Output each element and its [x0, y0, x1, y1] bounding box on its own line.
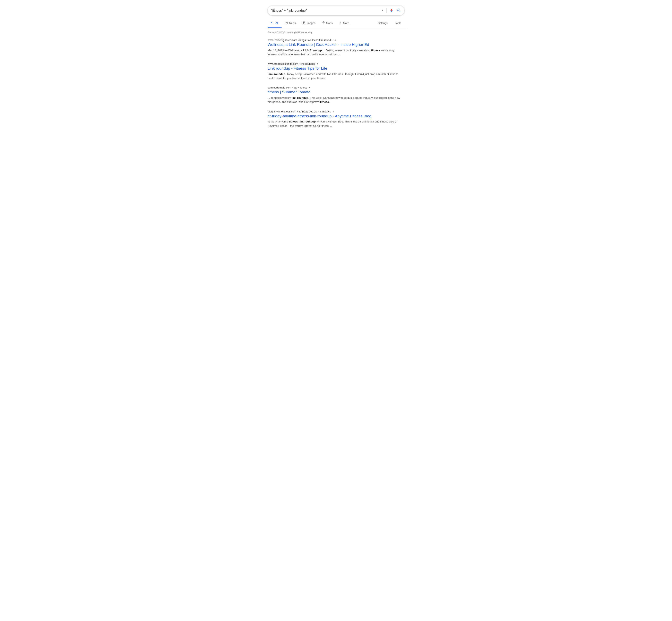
- tab-settings[interactable]: Settings: [375, 19, 391, 28]
- result-snippet: Link roundup. Today being Halloween and …: [267, 72, 405, 81]
- result-dropdown-arrow[interactable]: ▼: [316, 63, 319, 65]
- tab-all-label: All: [276, 22, 278, 25]
- result-dropdown-arrow[interactable]: ▼: [332, 111, 334, 113]
- result-url: www.fitnesstipsforlife.com › link-roundu…: [267, 62, 315, 65]
- search-input[interactable]: [271, 9, 381, 12]
- nav-right: Settings Tools: [375, 19, 405, 28]
- result-snippet: fit-friday-anytime-fitness-link-roundup.…: [267, 120, 405, 128]
- maps-icon: [322, 21, 325, 25]
- result-url-line: blog.anytimefitness.com › fit-friday-dec…: [267, 110, 405, 113]
- search-bar-icons: ×: [381, 8, 401, 13]
- result-title[interactable]: fitness | Summer Tomato: [267, 90, 405, 95]
- tab-tools[interactable]: Tools: [392, 19, 405, 28]
- result-url-line: summertomato.com › tag › fitness ▼: [267, 86, 405, 89]
- search-bar: ×: [267, 6, 405, 15]
- result-item: blog.anytimefitness.com › fit-friday-dec…: [264, 108, 408, 132]
- tab-all[interactable]: All: [267, 18, 282, 28]
- svg-point-6: [303, 22, 304, 23]
- tab-images-label: Images: [307, 22, 316, 25]
- tab-more[interactable]: ⋮ More: [336, 19, 352, 28]
- result-title[interactable]: fit-friday-anytime-fitness-link-roundup …: [267, 114, 405, 119]
- tab-news[interactable]: News: [282, 19, 299, 28]
- tab-maps[interactable]: Maps: [319, 19, 336, 28]
- tab-news-label: News: [289, 22, 296, 25]
- result-url-line: www.fitnesstipsforlife.com › link-roundu…: [267, 62, 405, 65]
- result-title[interactable]: Link roundup - Fitness Tips for Life: [267, 66, 405, 71]
- settings-label: Settings: [378, 22, 388, 25]
- images-icon: [302, 21, 305, 25]
- divider: [386, 8, 387, 13]
- svg-point-0: [391, 10, 392, 10]
- tab-images[interactable]: Images: [299, 19, 319, 28]
- result-item: www.fitnesstipsforlife.com › link-roundu…: [264, 60, 408, 84]
- search-icon[interactable]: [396, 8, 401, 13]
- tools-label: Tools: [395, 22, 401, 25]
- result-dropdown-arrow[interactable]: ▼: [308, 86, 310, 89]
- result-url: www.insidehighered.com › blogs › wellnes…: [267, 39, 333, 42]
- clear-icon[interactable]: ×: [381, 8, 383, 13]
- results-info: About 403,000 results (0.53 seconds): [264, 30, 408, 36]
- result-snippet: ... Tomato's weekly link roundup. This w…: [267, 96, 405, 104]
- result-snippet: Mar 14, 2019 — Wellness, a Link Roundup …: [267, 48, 405, 57]
- result-item: summertomato.com › tag › fitness ▼ fitne…: [264, 84, 408, 108]
- result-dropdown-arrow[interactable]: ▼: [334, 39, 336, 41]
- result-url-line: www.insidehighered.com › blogs › wellnes…: [267, 39, 405, 42]
- tab-more-label: More: [343, 22, 349, 25]
- svg-point-7: [323, 22, 324, 23]
- nav-tabs: All News Images: [264, 18, 408, 28]
- result-url: blog.anytimefitness.com › fit-friday-dec…: [267, 110, 331, 113]
- tab-maps-label: Maps: [326, 22, 333, 25]
- more-icon: ⋮: [339, 22, 342, 25]
- result-item: www.insidehighered.com › blogs › wellnes…: [264, 36, 408, 60]
- news-icon: [285, 21, 288, 25]
- results-count: About 403,000 results (0.53 seconds): [267, 31, 312, 34]
- result-url: summertomato.com › tag › fitness: [267, 86, 307, 89]
- mic-icon[interactable]: [389, 9, 393, 13]
- result-title[interactable]: Wellness, a Link Roundup | GradHacker - …: [267, 42, 405, 47]
- google-multicolor-icon: [271, 21, 274, 25]
